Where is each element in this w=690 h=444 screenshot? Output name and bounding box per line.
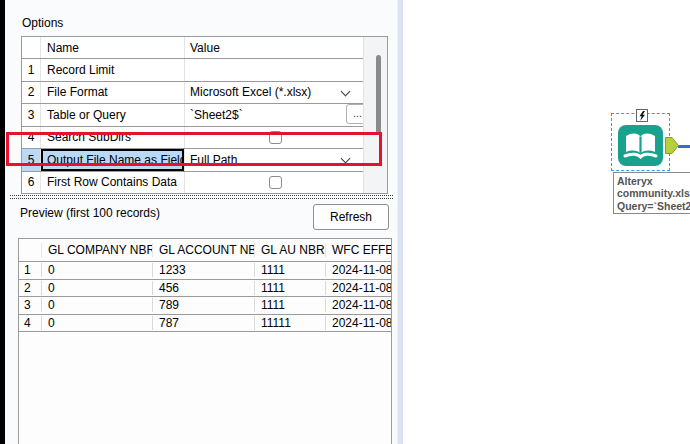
option-row-record-limit[interactable]: 1 Record Limit: [22, 59, 363, 82]
preview-header-row: GL COMPANY NBR GL ACCOUNT NBR GL AU NBR …: [19, 239, 391, 262]
cell-gl-company-nbr: 0: [41, 298, 152, 312]
row-number: 2: [19, 281, 41, 295]
column-header[interactable]: GL ACCOUNT NBR: [152, 243, 254, 257]
cell-gl-company-nbr: 0: [41, 316, 152, 330]
table-row[interactable]: 1 0 1233 1111 2024-11-08: [19, 262, 391, 280]
preview-table: GL COMPANY NBR GL ACCOUNT NBR GL AU NBR …: [18, 238, 392, 444]
option-row-search-subdirs[interactable]: 4 Search SubDirs: [22, 127, 363, 150]
output-file-name-value: Full Path: [190, 153, 237, 167]
cell-gl-company-nbr: 0: [41, 281, 152, 295]
tool-annotation-box[interactable]: Alteryx community.xlsx Query=`Sheet2$`: [613, 172, 690, 214]
section-divider-dotted-line: [10, 198, 393, 199]
annotation-line: Alteryx: [617, 175, 690, 187]
refresh-button[interactable]: Refresh: [313, 204, 389, 230]
column-header[interactable]: GL COMPANY NBR: [41, 243, 152, 257]
row-number: 4: [22, 127, 41, 149]
option-row-file-format[interactable]: 2 File Format Microsoft Excel (*.xlsx): [22, 82, 363, 105]
annotation-line: community.xlsx: [617, 187, 690, 199]
cell-gl-au-nbr: 1111: [254, 281, 325, 295]
cell-gl-account-nbr: 789: [152, 298, 254, 312]
cell-gl-account-nbr: 787: [152, 316, 254, 330]
row-number: 4: [19, 316, 41, 330]
alteryx-designer-window: Options Name Value 1 Record Limit 2 File…: [0, 0, 690, 444]
option-row-first-row-contains-data[interactable]: 6 First Row Contains Data: [22, 172, 363, 195]
option-name-selected: Output File Name as Field: [41, 149, 185, 171]
row-number: 1: [22, 59, 41, 81]
cell-gl-account-nbr: 456: [152, 281, 254, 295]
cell-gl-au-nbr: 1111: [254, 263, 325, 277]
annotation-line: Query=`Sheet2$`: [617, 200, 690, 212]
option-row-output-file-name-as-field[interactable]: 5 Output File Name as Field Full Path: [22, 149, 363, 172]
cell-wfc-effective: 2024-11-08: [325, 316, 391, 330]
table-row[interactable]: 4 0 787 11111 2024-11-08: [19, 315, 391, 333]
options-table: Name Value 1 Record Limit 2 File Format …: [21, 36, 388, 194]
option-name: Record Limit: [41, 59, 185, 81]
table-row[interactable]: 3 0 789 1111 2024-11-08: [19, 297, 391, 315]
configuration-panel: Options Name Value 1 Record Limit 2 File…: [5, 0, 397, 444]
options-header-numcol: [22, 37, 41, 58]
cell-wfc-effective: 2024-11-08: [325, 263, 391, 277]
output-anchor-icon[interactable]: [665, 137, 679, 154]
record-limit-input[interactable]: [185, 59, 363, 81]
options-scrollbar[interactable]: [363, 37, 387, 193]
cell-wfc-effective: 2024-11-08: [325, 281, 391, 295]
option-row-table-or-query[interactable]: 3 Table or Query `Sheet2$`: [22, 104, 363, 127]
input-data-tool-icon open-book-icon[interactable]: [618, 125, 663, 166]
file-format-value: Microsoft Excel (*.xlsx): [190, 85, 311, 99]
column-header[interactable]: WFC EFFE: [325, 243, 391, 257]
cell-gl-company-nbr: 0: [41, 263, 152, 277]
table-row[interactable]: 2 0 456 1111 2024-11-08: [19, 280, 391, 298]
column-header[interactable]: GL AU NBR: [254, 243, 325, 257]
option-name: File Format: [41, 82, 185, 104]
row-number: 5: [22, 149, 41, 171]
options-header-name: Name: [41, 37, 185, 58]
options-section-label: Options: [22, 16, 63, 30]
chevron-down-icon[interactable]: [341, 154, 351, 164]
cell-wfc-effective: 2024-11-08: [325, 298, 391, 312]
option-name: First Row Contains Data: [41, 172, 185, 194]
table-or-query-input[interactable]: `Sheet2$`: [185, 104, 363, 126]
option-name: Search SubDirs: [41, 127, 185, 149]
row-number: 6: [22, 172, 41, 194]
preview-section-label: Preview (first 100 records): [20, 206, 160, 220]
row-number: 3: [22, 104, 41, 126]
cell-gl-au-nbr: 1111: [254, 298, 325, 312]
table-or-query-value: `Sheet2$`: [190, 108, 243, 122]
chevron-down-icon[interactable]: [341, 86, 351, 96]
row-number: 1: [19, 263, 41, 277]
output-file-name-dropdown[interactable]: Full Path: [185, 149, 363, 171]
options-header-row: Name Value: [22, 37, 363, 59]
first-row-contains-data-checkbox[interactable]: [269, 176, 282, 189]
section-divider-dotted-line: [10, 195, 393, 196]
option-name: Table or Query: [41, 104, 185, 126]
search-subdirs-checkbox[interactable]: [269, 131, 282, 144]
row-number: 2: [22, 82, 41, 104]
file-format-dropdown[interactable]: Microsoft Excel (*.xlsx): [185, 82, 363, 104]
connection-line[interactable]: [678, 145, 690, 148]
options-header-value: Value: [185, 37, 363, 58]
scrollbar-thumb[interactable]: [376, 55, 381, 135]
cell-gl-au-nbr: 11111: [254, 316, 325, 330]
cell-gl-account-nbr: 1233: [152, 263, 254, 277]
lightning-icon[interactable]: [636, 109, 648, 122]
workflow-canvas[interactable]: [403, 0, 690, 444]
row-number: 3: [19, 298, 41, 312]
